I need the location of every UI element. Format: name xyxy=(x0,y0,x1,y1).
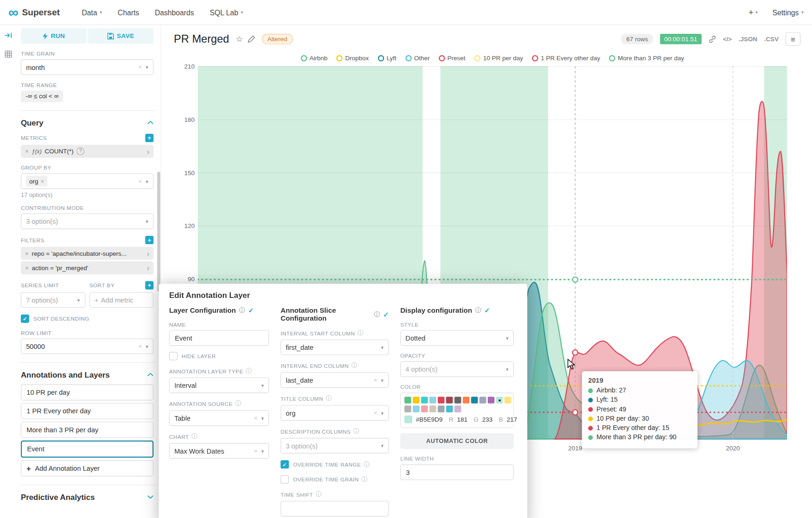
edit-title-icon[interactable] xyxy=(248,35,255,43)
run-button[interactable]: RUN xyxy=(21,28,87,44)
info-icon[interactable]: ⓘ xyxy=(352,362,358,370)
altered-badge[interactable]: Altered xyxy=(262,34,293,44)
export-json-button[interactable]: .JSON xyxy=(738,35,757,43)
title-column-select[interactable]: org × ▾ xyxy=(281,405,389,421)
annotation-layer-more-than-3-pr[interactable]: More than 3 PR per day xyxy=(21,422,154,438)
legend-item[interactable]: Dropbox xyxy=(336,55,369,62)
group-by-select[interactable]: org × × ▾ xyxy=(21,173,154,189)
info-icon[interactable]: ⓘ xyxy=(235,400,241,408)
info-icon[interactable]: ⓘ xyxy=(192,433,198,441)
color-swatch[interactable] xyxy=(429,397,436,404)
info-icon[interactable]: ⓘ xyxy=(315,491,321,499)
b-value[interactable]: 217 xyxy=(507,416,517,423)
color-swatch[interactable] xyxy=(454,397,461,404)
time-grain-select[interactable]: month × ▾ xyxy=(21,59,154,75)
name-input[interactable] xyxy=(169,330,269,346)
remove-filter-icon[interactable]: × xyxy=(25,250,29,257)
superset-logo[interactable]: ∞ Superset xyxy=(8,7,60,17)
add-annotation-layer-button[interactable]: + Add Annotation Layer xyxy=(21,460,154,476)
color-swatch[interactable] xyxy=(413,397,420,404)
override-time-grain-row[interactable]: OVERRIDE TIME GRAINⓘ xyxy=(281,475,389,484)
color-swatch[interactable] xyxy=(413,405,420,412)
color-swatch[interactable] xyxy=(479,397,486,404)
legend-item[interactable]: 10 PR per day xyxy=(474,55,523,62)
color-swatch[interactable] xyxy=(454,405,461,412)
color-swatch[interactable] xyxy=(488,397,495,404)
g-value[interactable]: 233 xyxy=(482,416,493,423)
color-swatch[interactable] xyxy=(429,405,436,412)
remove-tag-icon[interactable]: × xyxy=(41,178,44,184)
hide-layer-checkbox[interactable] xyxy=(169,352,177,360)
share-link-icon[interactable] xyxy=(708,35,716,43)
add-metric-plus-button[interactable]: + xyxy=(145,134,154,142)
color-swatch[interactable] xyxy=(404,405,411,412)
add-sort-metric-plus-button[interactable]: + xyxy=(145,281,154,290)
chart-menu-button[interactable]: ≡ xyxy=(786,32,801,46)
nav-item-dashboards[interactable]: Dashboards xyxy=(155,8,194,16)
time-shift-input[interactable] xyxy=(281,501,389,517)
legend-item[interactable]: More than 3 PR per day xyxy=(609,55,684,62)
metric-info-icon[interactable]: ? xyxy=(77,147,85,155)
sort-descending-row[interactable]: ✓ SORT DESCENDING xyxy=(21,315,154,323)
selected-color-hex[interactable]: #B5E9D9 xyxy=(416,416,443,423)
export-csv-button[interactable]: .CSV xyxy=(764,35,779,43)
info-icon[interactable]: ⓘ xyxy=(353,428,359,436)
contribution-mode-select[interactable]: 3 option(s) ▾ xyxy=(21,214,154,229)
color-swatch[interactable] xyxy=(421,405,428,412)
series-limit-select[interactable]: 7 option(s) ▾ xyxy=(21,292,85,308)
clear-icon[interactable]: × xyxy=(138,177,142,185)
color-swatch[interactable] xyxy=(463,397,470,404)
filter-pill-action[interactable]: × action = 'pr_merged' › xyxy=(21,261,154,274)
style-select[interactable]: Dotted ▾ xyxy=(400,330,514,346)
color-swatch[interactable] xyxy=(471,397,478,404)
row-limit-select[interactable]: 50000 × ▾ xyxy=(21,338,154,354)
info-icon[interactable]: ⓘ xyxy=(475,307,481,315)
legend-item[interactable]: 1 PR Every other day xyxy=(532,55,600,62)
datasource-table-icon[interactable] xyxy=(4,50,13,60)
filter-pill-repo[interactable]: × repo = 'apache/incubator-supers... › xyxy=(21,247,154,260)
legend-item[interactable]: Preset xyxy=(439,55,466,62)
favorite-star-icon[interactable]: ☆ xyxy=(236,34,243,44)
clear-icon[interactable]: × xyxy=(254,447,258,455)
annotations-section-header[interactable]: Annotations and Layers xyxy=(21,370,154,379)
color-swatch[interactable] xyxy=(404,397,411,404)
annotation-layer-10-pr-per-day[interactable]: 10 PR per day xyxy=(21,384,154,400)
info-icon[interactable]: ⓘ xyxy=(374,310,380,318)
color-swatch[interactable] xyxy=(438,397,445,404)
info-icon[interactable]: ⓘ xyxy=(361,476,367,484)
sort-by-field[interactable]: + Add metric xyxy=(89,292,154,308)
nav-item-charts[interactable]: Charts xyxy=(118,8,139,16)
legend-item[interactable]: Lyft xyxy=(378,55,396,62)
remove-metric-icon[interactable]: × xyxy=(25,148,29,155)
r-value[interactable]: 181 xyxy=(457,416,468,423)
add-filter-plus-button[interactable]: + xyxy=(145,236,154,244)
automatic-color-button[interactable]: AUTOMATIC COLOR xyxy=(400,433,514,449)
legend-item[interactable]: Other xyxy=(405,55,430,62)
chart-select[interactable]: Max Work Dates × ▾ xyxy=(169,443,269,459)
query-section-header[interactable]: Query xyxy=(21,118,154,127)
sort-descending-checkbox[interactable]: ✓ xyxy=(21,315,29,323)
annotation-layer-1-pr-every-other-day[interactable]: 1 PR Every other day xyxy=(21,403,154,419)
info-icon[interactable]: ⓘ xyxy=(364,461,370,468)
override-time-grain-checkbox[interactable] xyxy=(281,475,289,484)
group-by-tag-org[interactable]: org × xyxy=(26,176,47,186)
interval-start-select[interactable]: first_date ▾ xyxy=(281,340,389,355)
remove-filter-icon[interactable]: × xyxy=(25,264,29,272)
annotation-source-select[interactable]: Table × ▾ xyxy=(169,410,269,426)
interval-end-select[interactable]: last_date × ▾ xyxy=(281,372,389,388)
opacity-select[interactable]: 4 option(s) ▾ xyxy=(400,361,514,377)
color-swatch[interactable] xyxy=(446,405,453,412)
hide-layer-row[interactable]: HIDE LAYER xyxy=(169,352,269,360)
save-button[interactable]: SAVE xyxy=(88,28,153,44)
panel-scrollbar[interactable] xyxy=(157,172,160,291)
info-icon[interactable]: ⓘ xyxy=(246,367,252,375)
color-swatch[interactable] xyxy=(504,397,511,404)
override-time-range-checkbox[interactable]: ✓ xyxy=(281,460,289,468)
color-swatch[interactable] xyxy=(446,397,453,404)
color-swatch[interactable] xyxy=(421,397,428,404)
metric-pill[interactable]: × ƒ(x) COUNT(*) ? › xyxy=(21,145,154,158)
legend-item[interactable]: Airbnb xyxy=(301,55,327,62)
description-columns-select[interactable]: 3 option(s) ▾ xyxy=(281,438,389,454)
info-icon[interactable]: ⓘ xyxy=(358,329,364,337)
new-menu-button[interactable]: + ▾ xyxy=(749,7,758,17)
